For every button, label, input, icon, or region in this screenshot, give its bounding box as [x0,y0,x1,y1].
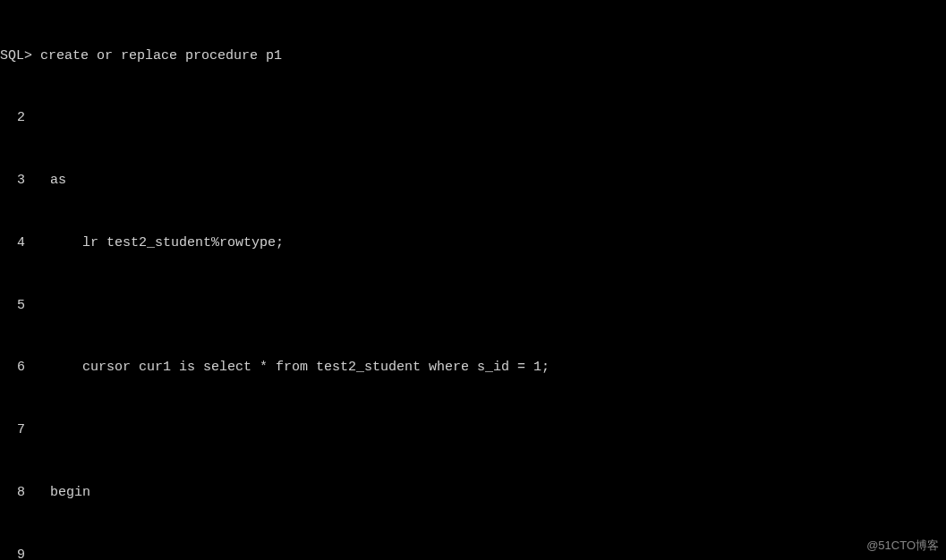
line-number: 8 [0,482,34,503]
sql-prompt: SQL> [0,46,32,66]
code-line: 5 [0,295,946,316]
line-number: 3 [0,170,34,191]
code-text: create or replace procedure p1 [32,46,282,66]
terminal-output[interactable]: SQL> create or replace procedure p1 2 3 … [0,4,946,560]
code-line: 2 [0,107,946,128]
code-text: as [34,170,66,191]
line-number: 5 [0,295,34,316]
code-line: 6 cursor cur1 is select * from test2_stu… [0,357,946,378]
code-text: lr test2_student%rowtype; [34,233,284,253]
code-line: 7 [0,420,946,440]
line-number: 7 [0,420,34,440]
code-line: 9 [0,545,946,561]
code-line: SQL> create or replace procedure p1 [0,46,946,66]
code-text: cursor cur1 is select * from test2_stude… [34,357,550,378]
line-number: 9 [0,545,34,561]
watermark: @51CTO博客 [866,537,939,555]
code-line: 4 lr test2_student%rowtype; [0,233,946,253]
line-number: 2 [0,107,34,128]
code-text: begin [34,482,90,503]
line-number: 6 [0,357,34,378]
code-line: 8 begin [0,482,946,503]
code-line: 3 as [0,170,946,191]
line-number: 4 [0,233,34,253]
